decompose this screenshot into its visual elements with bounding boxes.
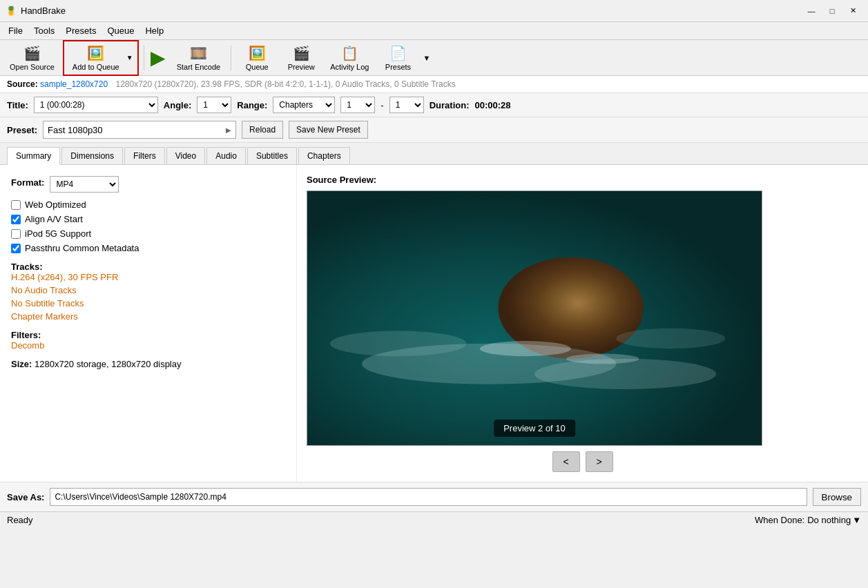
left-panel: Format: MP4 Web Optimized Align A/V Star… (0, 165, 297, 482)
size-section: Size: 1280x720 storage, 1280x720 display (11, 359, 285, 369)
range-dash: - (380, 100, 383, 110)
add-to-queue-wrapper: 🖼️ Add to Queue ▼ (63, 40, 139, 76)
open-source-button[interactable]: 🎬 Open Source (4, 43, 60, 73)
tab-dimensions[interactable]: Dimensions (61, 147, 123, 164)
open-source-icon: 🎬 (23, 45, 41, 61)
web-optimized-label: Web Optimized (25, 199, 86, 210)
format-select[interactable]: MP4 (50, 176, 119, 193)
tab-video[interactable]: Video (166, 147, 205, 164)
activity-log-button[interactable]: 📋 Activity Log (325, 43, 374, 73)
activity-log-icon: 📋 (341, 45, 358, 61)
svg-point-7 (566, 354, 639, 364)
tab-audio[interactable]: Audio (206, 147, 246, 164)
angle-select[interactable]: 1 (197, 97, 231, 113)
presets-label: Presets (385, 63, 411, 71)
web-optimized-checkbox[interactable] (11, 200, 21, 210)
duration-value: 00:00:28 (474, 100, 510, 110)
add-to-queue-button[interactable]: 🖼️ Add to Queue (67, 43, 125, 73)
queue-button[interactable]: 🖼️ Queue (236, 43, 278, 73)
tab-summary[interactable]: Summary (7, 147, 60, 165)
toolbar-sep-1 (144, 46, 144, 70)
range-from-select[interactable]: 1 (340, 97, 375, 113)
save-row: Save As: Browse (0, 482, 868, 511)
preview-controls: < > (307, 451, 858, 472)
queue-label: Queue (246, 63, 269, 71)
range-type-select[interactable]: Chapters (273, 97, 335, 113)
right-panel: Source Preview: (297, 165, 868, 482)
presets-dropdown[interactable]: ▼ (421, 54, 432, 62)
add-to-queue-dropdown[interactable]: ▼ (125, 54, 135, 61)
tab-subtitles[interactable]: Subtitles (247, 147, 297, 164)
range-label: Range: (237, 100, 267, 110)
range-to-select[interactable]: 1 (389, 97, 424, 113)
open-source-label: Open Source (10, 63, 55, 71)
when-done-dropdown-icon: ▼ (852, 515, 861, 525)
source-info: 1280x720 (1280x720), 23.98 FPS, SDR (8-b… (115, 79, 455, 89)
tracks-section: Tracks: H.264 (x264), 30 FPS PFRNo Audio… (11, 262, 285, 322)
tab-chapters[interactable]: Chapters (298, 147, 350, 164)
save-new-preset-button[interactable]: Save New Preset (289, 121, 368, 139)
preview-prev-button[interactable]: < (552, 451, 580, 472)
when-done-select[interactable]: Do nothing ▼ (807, 515, 861, 525)
start-encode-label: Start Encode (177, 63, 221, 71)
start-encode-icon[interactable]: ▶ (149, 45, 167, 70)
size-display: 1280x720 display (111, 359, 181, 369)
tracks-label: Tracks: (11, 262, 43, 272)
save-path-input[interactable] (50, 488, 807, 506)
toolbar-sep-2 (231, 46, 231, 70)
preview-badge: Preview 2 of 10 (494, 420, 575, 437)
align-av-row: Align A/V Start (11, 214, 285, 224)
titlebar: 🍍 HandBrake — □ ✕ (0, 0, 868, 22)
title-select[interactable]: 1 (00:00:28) (34, 97, 158, 113)
titlebar-left: 🍍 HandBrake (6, 6, 66, 16)
source-bar: Source: sample_1280x720 1280x720 (1280x7… (0, 76, 868, 93)
menu-item-presets[interactable]: Presets (60, 23, 102, 38)
filters-value: Decomb (11, 340, 285, 351)
tabs: SummaryDimensionsFiltersVideoAudioSubtit… (0, 143, 868, 165)
menu-item-queue[interactable]: Queue (102, 23, 139, 38)
menu-item-file[interactable]: File (3, 23, 28, 38)
titlebar-controls: — □ ✕ (802, 4, 862, 18)
size-label: Size: (11, 359, 32, 369)
browse-button[interactable]: Browse (813, 488, 861, 506)
track-item: No Subtitle Tracks (11, 298, 285, 308)
preset-arrow-icon: ▶ (226, 126, 231, 134)
web-optimized-row: Web Optimized (11, 199, 285, 210)
menu-item-help[interactable]: Help (139, 23, 169, 38)
reload-button[interactable]: Reload (242, 121, 283, 139)
align-av-checkbox[interactable] (11, 215, 21, 224)
preview-label: Preview (288, 63, 315, 71)
start-encode-button[interactable]: 🎞️ Start Encode (171, 43, 226, 73)
track-item: H.264 (x264), 30 FPS PFR (11, 272, 285, 282)
maximize-button[interactable]: □ (822, 4, 842, 18)
queue-icon: 🖼️ (249, 45, 266, 61)
track-item: Chapter Markers (11, 311, 285, 322)
preview-title: Source Preview: (307, 175, 858, 185)
preview-icon: 🎬 (293, 45, 310, 61)
track-item: No Audio Tracks (11, 285, 285, 295)
menu-item-tools[interactable]: Tools (28, 23, 60, 38)
app-title: HandBrake (21, 6, 66, 16)
preview-button[interactable]: 🎬 Preview (280, 43, 322, 73)
preview-image[interactable]: Preview 2 of 10 (307, 190, 762, 446)
ipod-checkbox[interactable] (11, 229, 21, 239)
app-icon: 🍍 (6, 6, 17, 16)
align-av-label: Align A/V Start (25, 214, 83, 224)
passthru-checkbox[interactable] (11, 244, 21, 253)
source-filename: sample_1280x720 (40, 79, 108, 89)
svg-point-5 (616, 329, 725, 349)
minimize-button[interactable]: — (802, 4, 821, 18)
preset-box[interactable]: Fast 1080p30 ▶ (43, 121, 236, 139)
close-button[interactable]: ✕ (843, 4, 862, 18)
when-done-value: Do nothing (807, 515, 851, 525)
ipod-label: iPod 5G Support (25, 228, 91, 239)
preview-next-button[interactable]: > (586, 451, 613, 472)
presets-button[interactable]: 📄 Presets (377, 43, 418, 73)
format-section: Format: MP4 Web Optimized Align A/V Star… (11, 176, 285, 253)
rock-svg (307, 191, 762, 445)
format-row: Format: MP4 (11, 176, 285, 193)
tab-filters[interactable]: Filters (124, 147, 165, 164)
duration-label: Duration: (430, 100, 470, 110)
tracks-list: H.264 (x264), 30 FPS PFRNo Audio TracksN… (11, 272, 285, 322)
presets-icon: 📄 (389, 45, 407, 61)
